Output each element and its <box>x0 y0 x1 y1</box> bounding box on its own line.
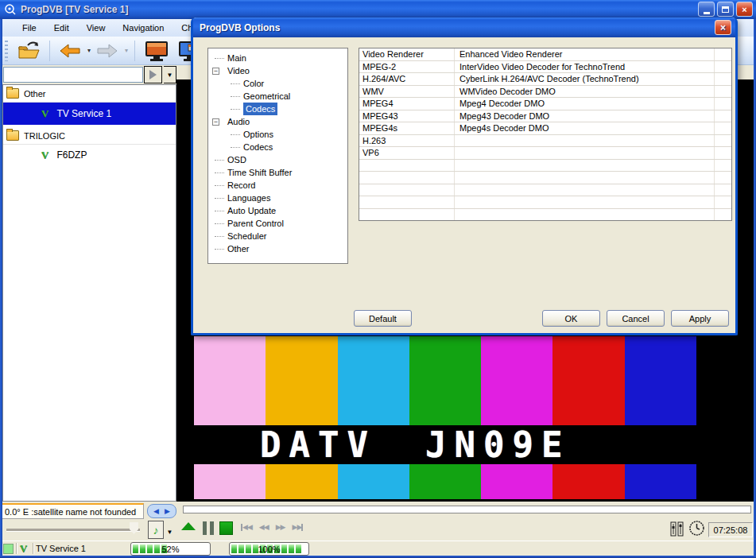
channel-v-icon: V <box>41 149 48 161</box>
satellite-label: 0.0° E :satellite name not founded <box>5 507 136 517</box>
folder-row-trilogic[interactable]: TRILOGIC <box>3 127 176 145</box>
satellite-status-tab[interactable]: 0.0° E :satellite name not founded <box>0 503 144 519</box>
tree-item-auto-update[interactable]: Auto Update <box>208 204 347 217</box>
codec-row-mpeg43[interactable]: MPEG43Mpeg43 Decoder DMO <box>359 110 731 123</box>
channel-row-tv-service-1[interactable]: VTV Service 1 <box>3 103 176 125</box>
codec-row-mpeg4s[interactable]: MPEG4sMpeg4s Decoder DMO <box>359 122 731 135</box>
channel-search-input[interactable] <box>3 67 143 83</box>
ok-button[interactable]: OK <box>542 310 600 327</box>
codec-row[interactable] <box>359 184 731 197</box>
codec-row-mpeg-2[interactable]: MPEG-2InterVideo Video Decoder for Techn… <box>359 61 731 74</box>
cancel-button[interactable]: Cancel <box>607 310 665 327</box>
skip-back-button[interactable]: ◀◀ <box>241 523 252 531</box>
codec-row-vp6[interactable]: VP6 <box>359 147 731 160</box>
toolbar-grip[interactable] <box>5 41 8 61</box>
stop-icon <box>219 521 233 535</box>
tree-item-label: Time Shift Buffer <box>227 166 292 179</box>
codec-row-h-264-avc[interactable]: H.264/AVCCyberLink H.264/AVC Decoder (Te… <box>359 73 731 86</box>
menu-item-edit[interactable]: Edit <box>45 21 78 35</box>
menu-item-file[interactable]: File <box>14 21 45 35</box>
forward-button[interactable] <box>94 38 121 64</box>
codec-row-tail <box>714 172 731 184</box>
audio-track-button[interactable]: ♪ <box>148 521 164 539</box>
tree-item-audio[interactable]: −Audio <box>208 115 347 128</box>
collapse-icon[interactable]: − <box>212 68 219 75</box>
open-folder-button[interactable] <box>14 38 43 64</box>
codec-row-video-renderer[interactable]: Video RendererEnhanced Video Renderer <box>359 48 731 61</box>
stop-button[interactable] <box>219 521 233 535</box>
tree-item-osd[interactable]: OSD <box>208 153 347 166</box>
tree-item-color[interactable]: Color <box>208 77 347 90</box>
eject-button[interactable] <box>181 522 196 531</box>
tree-item-codecs[interactable]: Codecs <box>208 103 347 115</box>
clock-button[interactable] <box>688 520 705 537</box>
maximize-button[interactable] <box>717 2 734 17</box>
channel-search-row: ▼ <box>2 65 176 84</box>
collapse-icon[interactable]: − <box>212 118 219 126</box>
pause-button[interactable] <box>203 521 214 535</box>
tree-item-other[interactable]: Other <box>208 242 347 255</box>
codec-row[interactable] <box>359 209 731 222</box>
arrow-left-icon[interactable]: ◀ <box>153 507 159 515</box>
minimize-button[interactable] <box>698 2 715 17</box>
volume-slider-thumb[interactable] <box>130 522 138 534</box>
tree-connector <box>215 58 224 59</box>
arrow-right-icon[interactable]: ▶ <box>165 507 170 515</box>
folder-icon <box>6 88 19 99</box>
back-button[interactable] <box>56 38 83 64</box>
tree-item-main[interactable]: Main <box>208 52 347 64</box>
codec-row[interactable] <box>359 172 731 184</box>
seek-bar[interactable] <box>183 506 751 513</box>
default-button[interactable]: Default <box>354 310 412 327</box>
codec-row-tail <box>714 122 731 134</box>
codec-name: MPEG4 <box>359 98 455 110</box>
tree-item-geometrical[interactable]: Geometrical <box>208 90 347 103</box>
channel-row-f6dzp[interactable]: VF6DZP <box>3 145 176 165</box>
tree-item-parent-control[interactable]: Parent Control <box>208 217 347 230</box>
tree-item-codecs[interactable]: Codecs <box>208 141 347 153</box>
codec-row-wmv[interactable]: WMVWMVideo Decoder DMO <box>359 86 731 99</box>
dialog-title-bar[interactable]: ProgDVB Options × <box>193 17 735 37</box>
rewind-button[interactable]: ◀◀ <box>259 523 269 531</box>
close-button[interactable]: × <box>736 2 753 17</box>
codec-row[interactable] <box>359 160 731 172</box>
apply-button[interactable]: Apply <box>671 310 729 327</box>
volume-slider-track[interactable] <box>6 529 140 532</box>
channel-label: TV Service 1 <box>56 108 111 119</box>
start-channel-button[interactable] <box>144 66 162 83</box>
options-dialog: ProgDVB Options × Main−VideoColorGeometr… <box>191 17 738 335</box>
tree-item-label: Main <box>227 52 246 64</box>
tree-item-label: Languages <box>227 192 270 204</box>
skip-back-icon: ◀◀ <box>242 523 252 531</box>
codec-row-mpeg4[interactable]: MPEG4Mpeg4 Decoder DMO <box>359 98 731 110</box>
mixer-button[interactable] <box>670 521 684 537</box>
fullscreen-button[interactable] <box>142 38 172 64</box>
fast-forward-icon: ▶▶ <box>276 523 285 531</box>
title-bar[interactable]: ProgDVB [TV Service 1] × <box>0 0 756 19</box>
open-folder-icon <box>17 41 41 61</box>
folder-row-other[interactable]: Other <box>3 85 176 103</box>
back-dropdown-icon[interactable]: ▾ <box>87 47 91 54</box>
codec-row-h-263[interactable]: H.263 <box>359 135 731 148</box>
channel-nav-arrows[interactable]: ◀ ▶ <box>147 504 176 518</box>
skip-forward-button[interactable]: ▶▶ <box>293 523 304 531</box>
tree-item-time-shift-buffer[interactable]: Time Shift Buffer <box>208 166 347 179</box>
dialog-close-button[interactable]: × <box>715 20 731 35</box>
menu-item-navigation[interactable]: Navigation <box>114 21 173 35</box>
codec-row[interactable] <box>359 196 731 209</box>
codec-value: Mpeg4s Decoder DMO <box>455 122 714 134</box>
tree-item-video[interactable]: −Video <box>208 64 347 77</box>
forward-dropdown-icon[interactable]: ▾ <box>125 47 128 54</box>
tree-item-record[interactable]: Record <box>208 179 347 192</box>
menu-item-view[interactable]: View <box>78 21 114 35</box>
fast-forward-button[interactable]: ▶▶ <box>276 523 285 531</box>
tree-item-label: Codecs <box>243 103 277 115</box>
channel-v-icon: V <box>41 107 48 120</box>
audio-track-dropdown[interactable]: ▼ <box>165 525 175 539</box>
start-dropdown-button[interactable]: ▼ <box>164 66 176 83</box>
tree-item-languages[interactable]: Languages <box>208 192 347 204</box>
tree-item-scheduler[interactable]: Scheduler <box>208 230 347 242</box>
window-title: ProgDVB [TV Service 1] <box>21 4 128 15</box>
tree-item-options[interactable]: Options <box>208 128 347 141</box>
codec-row-tail <box>714 98 731 110</box>
